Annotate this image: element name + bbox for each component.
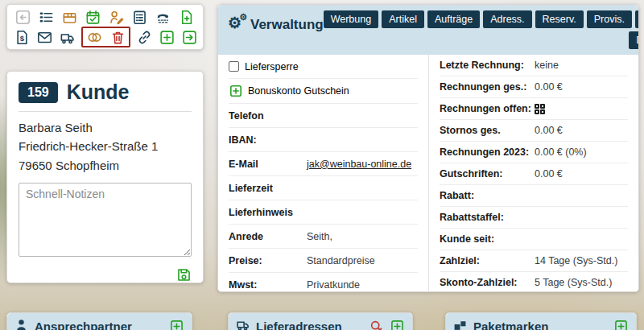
add-paketmarke-icon[interactable] [613, 319, 629, 330]
calendar-check-icon[interactable] [85, 9, 101, 25]
list-icon[interactable] [38, 9, 54, 25]
field-value: 5 Tage (Sys-Std.) [535, 277, 612, 288]
quick-notes-input[interactable] [19, 183, 192, 257]
tab-werbung[interactable]: Werbung [324, 10, 379, 28]
field-row-stornos: Stornos ges. 0.00 € [440, 120, 628, 142]
trash-icon[interactable] [109, 29, 126, 45]
plus-square-icon[interactable] [159, 29, 175, 45]
verwaltung-panel: ⚙⚙ Verwaltung Werbung Artikel Aufträge A… [217, 4, 639, 292]
clipboard-list-icon[interactable] [131, 9, 147, 25]
toolbar-row-2: $ [14, 29, 196, 45]
field-row-mwst: Mwst: Privatkunde [229, 273, 418, 292]
tab-adress[interactable]: Adress. [483, 10, 531, 28]
overlapping-circles-icon[interactable] [86, 29, 102, 45]
field-row-rechnungen-offen: Rechnungen offen: [440, 98, 628, 120]
field-label: Skonto-Zahlziel: [440, 277, 535, 288]
field-label: Gutschriften: [440, 168, 535, 179]
customer-address: Barbara Seith Friedrich-Hecker-Straße 1 … [19, 118, 192, 175]
field-value: 0.00 € [535, 125, 563, 136]
tab-artikel[interactable]: Artikel [382, 10, 424, 28]
field-row-lieferhinweis: Lieferhinweis [229, 200, 418, 225]
tab-reserv[interactable]: Reserv. [535, 10, 584, 28]
panel-title: Ansprechpartner [35, 320, 132, 330]
add-address-icon[interactable] [389, 319, 405, 330]
field-value: Seith, [307, 231, 332, 242]
gears-icon: ⚙⚙ [228, 17, 246, 35]
highlighted-icon-group [81, 27, 130, 47]
packages-icon [453, 318, 467, 330]
field-label: Lieferzeit [229, 183, 307, 194]
envelope-icon[interactable] [37, 29, 52, 45]
lieferadressen-panel: Lieferadressen [228, 312, 413, 330]
invoice-icon[interactable]: $ [14, 29, 30, 45]
bonuskonto-label: Bonuskonto Gutschein [248, 85, 349, 97]
field-row-rechnungen-ges: Rechnungen ges.: 0.00 € [440, 76, 628, 98]
liefersperre-label: Liefersperre [245, 61, 299, 72]
link-icon[interactable] [137, 29, 152, 45]
file-plus-icon[interactable] [178, 9, 194, 25]
field-row-rabattstaffel: Rabattstaffel: [440, 207, 628, 229]
field-label: Telefon [229, 110, 307, 122]
package-icon[interactable] [61, 9, 77, 25]
toolbar-row-1 [14, 9, 196, 25]
field-label: Rechnungen offen: [440, 103, 535, 114]
ansprechpartner-header: Ansprechpartner [7, 313, 192, 330]
customer-street: Friedrich-Hecker-Straße 1 [19, 137, 192, 155]
tab-bezieh[interactable]: Bezieh. [635, 10, 639, 28]
field-label: Letzte Rechnung: [440, 60, 535, 71]
field-row-zahlziel: Zahlziel: 14 Tage (Sys-Std.) [440, 250, 628, 272]
toolbar: $ [6, 4, 204, 50]
field-label: Rechnungen 2023: [440, 146, 535, 158]
field-label: Anrede [229, 231, 307, 242]
field-row-rechnungen-2023: Rechnungen 2023: 0.00 € (0%) [440, 142, 628, 163]
field-value: Standardpreise [307, 255, 375, 266]
user-edit-icon[interactable] [108, 9, 124, 25]
verwaltung-title: ⚙⚙ Verwaltung [228, 10, 324, 49]
arrow-right-square-icon[interactable] [182, 29, 197, 45]
field-value: 14 Tage (Sys-Std.) [535, 255, 617, 266]
tab-auftraege[interactable]: Aufträge [427, 10, 480, 28]
add-contact-icon[interactable] [168, 319, 184, 330]
field-label: IBAN: [229, 134, 307, 146]
field-row-lieferzeit: Lieferzeit [229, 176, 418, 200]
tab-daten[interactable]: Daten [629, 31, 639, 49]
field-label: Rechnungen ges.: [440, 81, 535, 93]
liefersperre-row: Liefersperre [229, 55, 418, 79]
field-row-kunde-seit: Kunde seit: [440, 229, 628, 250]
verwaltung-header: ⚙⚙ Verwaltung Werbung Artikel Aufträge A… [218, 5, 638, 55]
customer-number-badge: 159 [19, 82, 58, 103]
field-label: Lieferhinweis [229, 207, 307, 218]
verwaltung-body: Liefersperre Bonuskonto Gutschein Telefo… [218, 55, 638, 292]
add-bonuskonto-icon[interactable] [229, 85, 242, 98]
field-value: 0.00 € [535, 81, 563, 93]
verwaltung-right-column: Letzte Rechnung: keine Rechnungen ges.: … [428, 55, 638, 292]
field-label: Kunde seit: [440, 233, 535, 245]
tab-provis[interactable]: Provis. [587, 10, 632, 28]
back-icon[interactable] [14, 9, 31, 25]
truck-icon[interactable] [60, 29, 75, 45]
ansprechpartner-panel: Ansprechpartner [6, 312, 192, 330]
field-row-skonto-zahlziel: Skonto-Zahlziel: 5 Tage (Sys-Std.) [440, 272, 628, 292]
field-row-rabatt: Rabatt: [440, 185, 628, 207]
customer-card: 159 Kunde Barbara Seith Friedrich-Hecker… [6, 71, 204, 283]
field-label: Zahlziel: [440, 255, 535, 266]
field-label: Preise: [229, 255, 307, 266]
bonuskonto-row: Bonuskonto Gutschein [229, 79, 418, 104]
field-row-letzte-rechnung: Letzte Rechnung: keine [440, 55, 628, 76]
fax-icon[interactable] [155, 9, 171, 25]
email-link[interactable]: jak@weinbau-online.de [307, 159, 411, 170]
panel-title: Paketmarken [473, 320, 548, 330]
delivery-truck-icon [236, 318, 250, 330]
field-row-iban: IBAN: [229, 128, 418, 152]
field-row-gutschriften: Gutschriften: 0.00 € [440, 163, 628, 185]
save-notes-icon[interactable] [175, 267, 192, 283]
liefersperre-checkbox[interactable] [229, 61, 239, 72]
field-label: Rabattstaffel: [440, 212, 535, 223]
field-value: keine [535, 60, 559, 71]
remove-address-icon[interactable] [368, 319, 384, 330]
field-label: E-Mail [229, 159, 307, 170]
panel-title: Lieferadressen [256, 320, 342, 330]
customer-title: Kunde [67, 80, 130, 104]
field-label: Mwst: [229, 279, 307, 291]
grid-loading-icon [535, 104, 545, 114]
